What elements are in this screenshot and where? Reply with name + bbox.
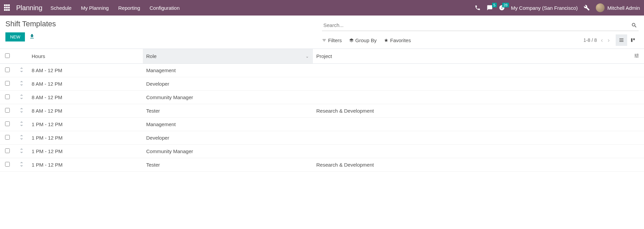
table-header: Hours Role⌄ Project bbox=[0, 49, 644, 64]
filters-dropdown[interactable]: Filters bbox=[322, 37, 342, 43]
debug-icon[interactable] bbox=[584, 5, 590, 11]
column-hours[interactable]: Hours bbox=[28, 49, 143, 64]
cell-project bbox=[313, 145, 629, 158]
nav-my-planning[interactable]: My Planning bbox=[81, 5, 109, 11]
optional-fields-icon[interactable] bbox=[634, 54, 639, 59]
activities-icon[interactable]: 28 bbox=[499, 5, 505, 11]
row-checkbox[interactable] bbox=[5, 121, 10, 126]
row-checkbox[interactable] bbox=[5, 67, 10, 72]
pager-prev-icon[interactable]: ‹ bbox=[600, 37, 604, 44]
messages-icon[interactable]: 5 bbox=[487, 5, 493, 11]
cell-project bbox=[313, 131, 629, 145]
cell-role: Tester bbox=[143, 104, 313, 118]
import-button[interactable] bbox=[29, 33, 35, 41]
view-list-button[interactable] bbox=[616, 34, 627, 46]
drag-handle-icon[interactable] bbox=[20, 162, 23, 168]
cell-project bbox=[313, 64, 629, 77]
table-row[interactable]: 8 AM - 12 PMTesterResearch & Development bbox=[0, 104, 644, 118]
handle-column bbox=[15, 49, 28, 64]
cell-hours: 8 AM - 12 PM bbox=[28, 64, 143, 77]
table-row[interactable]: 8 AM - 12 PMDeveloper bbox=[0, 77, 644, 91]
cell-role: Tester bbox=[143, 158, 313, 172]
nav-menu: Schedule My Planning Reporting Configura… bbox=[51, 5, 180, 11]
cell-role: Community Manager bbox=[143, 145, 313, 158]
messages-badge: 5 bbox=[492, 3, 497, 7]
select-all-checkbox[interactable] bbox=[5, 53, 10, 58]
table-row[interactable]: 1 PM - 12 PMCommunity Manager bbox=[0, 145, 644, 158]
table-row[interactable]: 8 AM - 12 PMManagement bbox=[0, 64, 644, 77]
row-checkbox[interactable] bbox=[5, 135, 10, 140]
row-checkbox[interactable] bbox=[5, 162, 10, 167]
groupby-dropdown[interactable]: Group By bbox=[349, 37, 377, 43]
activities-badge: 28 bbox=[502, 3, 509, 7]
cell-hours: 1 PM - 12 PM bbox=[28, 131, 143, 145]
nav-reporting[interactable]: Reporting bbox=[118, 5, 140, 11]
cell-project bbox=[313, 77, 629, 91]
new-button[interactable]: NEW bbox=[5, 32, 25, 41]
row-checkbox[interactable] bbox=[5, 108, 10, 113]
user-menu[interactable]: Mitchell Admin bbox=[596, 3, 640, 12]
row-checkbox[interactable] bbox=[5, 148, 10, 153]
row-checkbox[interactable] bbox=[5, 94, 10, 99]
pager: 1-8 / 8 ‹ › bbox=[583, 37, 610, 44]
voip-icon[interactable] bbox=[475, 5, 481, 11]
pager-value[interactable]: 1-8 / 8 bbox=[583, 37, 597, 43]
search-bar bbox=[322, 20, 639, 31]
cell-role: Management bbox=[143, 64, 313, 77]
drag-handle-icon[interactable] bbox=[20, 67, 23, 73]
cell-hours: 1 PM - 12 PM bbox=[28, 158, 143, 172]
cell-role: Developer bbox=[143, 77, 313, 91]
cell-hours: 1 PM - 12 PM bbox=[28, 118, 143, 131]
cell-hours: 8 AM - 12 PM bbox=[28, 104, 143, 118]
cell-project bbox=[313, 118, 629, 131]
cell-project: Research & Development bbox=[313, 104, 629, 118]
apps-menu-icon[interactable] bbox=[4, 4, 11, 11]
column-role[interactable]: Role⌄ bbox=[143, 49, 313, 64]
cell-project: Research & Development bbox=[313, 158, 629, 172]
view-kanban-button[interactable] bbox=[627, 34, 639, 46]
drag-handle-icon[interactable] bbox=[20, 81, 23, 87]
table-row[interactable]: 8 AM - 12 PMCommunity Manager bbox=[0, 91, 644, 104]
cell-hours: 8 AM - 12 PM bbox=[28, 77, 143, 91]
search-input[interactable] bbox=[322, 20, 639, 31]
search-icon[interactable] bbox=[631, 22, 637, 29]
drag-handle-icon[interactable] bbox=[20, 121, 23, 127]
app-title[interactable]: Planning bbox=[16, 4, 42, 12]
favorites-dropdown[interactable]: Favorites bbox=[384, 37, 411, 43]
column-project[interactable]: Project bbox=[313, 49, 629, 64]
cell-hours: 8 AM - 12 PM bbox=[28, 91, 143, 104]
cell-role: Developer bbox=[143, 131, 313, 145]
drag-handle-icon[interactable] bbox=[20, 148, 23, 154]
list-view: Hours Role⌄ Project 8 AM - 12 PMManageme… bbox=[0, 49, 644, 172]
groupby-label: Group By bbox=[355, 37, 377, 43]
nav-configuration[interactable]: Configuration bbox=[150, 5, 180, 11]
row-checkbox[interactable] bbox=[5, 81, 10, 86]
favorites-label: Favorites bbox=[390, 37, 411, 43]
pager-next-icon[interactable]: › bbox=[607, 37, 610, 44]
avatar bbox=[596, 3, 605, 12]
page-title: Shift Templates bbox=[5, 20, 322, 28]
cell-role: Management bbox=[143, 118, 313, 131]
cell-hours: 1 PM - 12 PM bbox=[28, 145, 143, 158]
drag-handle-icon[interactable] bbox=[20, 135, 23, 141]
filters-label: Filters bbox=[328, 37, 342, 43]
top-nav: Planning Schedule My Planning Reporting … bbox=[0, 0, 644, 16]
nav-schedule[interactable]: Schedule bbox=[51, 5, 72, 11]
table-row[interactable]: 1 PM - 12 PMManagement bbox=[0, 118, 644, 131]
chevron-down-icon: ⌄ bbox=[305, 54, 309, 59]
table-row[interactable]: 1 PM - 12 PMDeveloper bbox=[0, 131, 644, 145]
cell-role: Community Manager bbox=[143, 91, 313, 104]
user-name: Mitchell Admin bbox=[607, 5, 640, 11]
drag-handle-icon[interactable] bbox=[20, 108, 23, 114]
company-selector[interactable]: My Company (San Francisco) bbox=[511, 5, 578, 11]
table-row[interactable]: 1 PM - 12 PMTesterResearch & Development bbox=[0, 158, 644, 172]
drag-handle-icon[interactable] bbox=[20, 94, 23, 100]
control-panel: Shift Templates NEW Filters bbox=[0, 16, 644, 49]
cell-project bbox=[313, 91, 629, 104]
